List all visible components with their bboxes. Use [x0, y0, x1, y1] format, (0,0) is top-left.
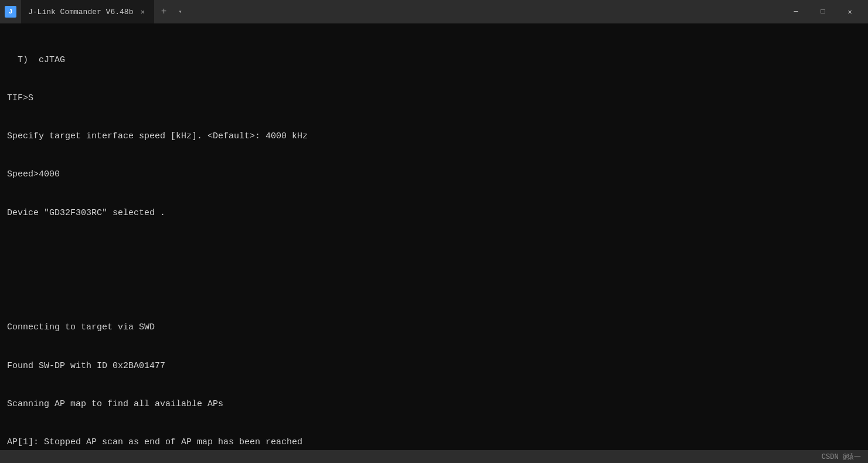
- minimize-button[interactable]: ─: [782, 0, 809, 23]
- terminal-line-6: Connecting to target via SWD: [7, 321, 861, 334]
- terminal-line-blank1: [7, 245, 861, 258]
- app-icon: J: [5, 6, 16, 18]
- terminal-line-blank2: [7, 283, 861, 296]
- new-tab-button[interactable]: +: [154, 2, 173, 21]
- terminal-line-3: Specify target interface speed [kHz]. <D…: [7, 130, 861, 143]
- titlebar: J J-Link Commander V6.48b ✕ + ▾ ─ □ ✕: [0, 0, 868, 23]
- statusbar: CSDN @猿一: [0, 450, 868, 463]
- main-tab[interactable]: J-Link Commander V6.48b ✕: [21, 0, 154, 23]
- tab-label: J-Link Commander V6.48b: [28, 8, 133, 16]
- maximize-button[interactable]: □: [809, 0, 836, 23]
- close-button[interactable]: ✕: [836, 0, 863, 23]
- terminal-line-8: Scanning AP map to find all available AP…: [7, 398, 861, 411]
- terminal-line-9: AP[1]: Stopped AP scan as end of AP map …: [7, 436, 861, 449]
- terminal-output[interactable]: T) cJTAG TIF>S Specify target interface …: [0, 23, 868, 450]
- main-window: J J-Link Commander V6.48b ✕ + ▾ ─ □ ✕ T)…: [0, 0, 868, 463]
- terminal-line-2: TIF>S: [7, 92, 861, 105]
- tab-close-button[interactable]: ✕: [138, 7, 147, 16]
- terminal-line-1: T) cJTAG: [7, 54, 861, 67]
- terminal-line-4: Speed>4000: [7, 168, 861, 181]
- terminal-line-5: Device "GD32F303RC" selected .: [7, 207, 861, 220]
- tab-dropdown-button[interactable]: ▾: [173, 2, 187, 21]
- terminal-line-7: Found SW-DP with ID 0x2BA01477: [7, 360, 861, 373]
- statusbar-text: CSDN @猿一: [822, 452, 861, 462]
- window-controls: ─ □ ✕: [782, 0, 863, 23]
